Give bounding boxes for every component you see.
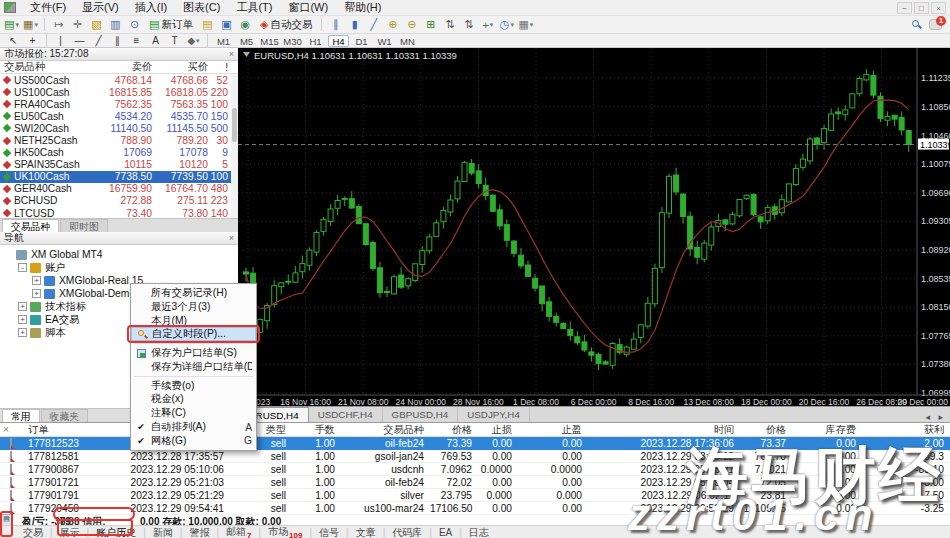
- channel-icon[interactable]: ∥: [109, 35, 126, 47]
- menu-item-0[interactable]: 文件(F): [22, 0, 74, 16]
- timeframe-button-H4[interactable]: H4: [328, 35, 349, 47]
- close-icon[interactable]: ×: [229, 49, 234, 59]
- new-order-button[interactable]: ▤新订单: [144, 17, 198, 32]
- context-menu-item[interactable]: ✔网格(G)G: [131, 434, 256, 448]
- label-icon[interactable]: T: [166, 35, 183, 47]
- chart-tab-USDJPY,H4[interactable]: USDJPY,H4: [458, 407, 530, 422]
- close-icon[interactable]: ×: [229, 233, 234, 243]
- market-row[interactable]: NETH25Cash788.90789.2030: [0, 134, 238, 146]
- terminal-tab-交易[interactable]: 交易: [16, 526, 50, 538]
- tab-scroll-arrows[interactable]: ◂ ▸: [925, 412, 950, 422]
- chart-shift-icon[interactable]: ↦: [50, 17, 67, 32]
- market-row[interactable]: EU50Cash4534.204535.70150: [0, 110, 238, 122]
- sort-asc-icon[interactable]: ⇅: [441, 17, 458, 32]
- timeframe-button-MN[interactable]: MN: [397, 35, 418, 47]
- zoom-in-icon[interactable]: ⊕: [384, 17, 401, 32]
- terminal-tab-新闻[interactable]: 新闻: [146, 526, 180, 538]
- context-menu-item[interactable]: ✔自动排列(A)A: [131, 420, 256, 434]
- line-chart-icon[interactable]: ╱: [365, 17, 382, 32]
- bar-chart-icon[interactable]: ∥: [327, 17, 344, 32]
- terminal-tab-EA[interactable]: EA: [432, 527, 459, 538]
- market-row[interactable]: GER40Cash16759.9016764.70480: [0, 183, 238, 195]
- restore-button[interactable]: □: [914, 2, 929, 14]
- market-row[interactable]: US500Cash4768.144768.6652: [0, 74, 238, 86]
- expand-plus-icon[interactable]: +: [18, 315, 27, 324]
- market-watch-scrollbar[interactable]: [231, 74, 238, 219]
- context-menu-item[interactable]: 保存为户口结单(S): [131, 346, 256, 360]
- data-window-icon[interactable]: ▥: [107, 17, 124, 32]
- vline-icon[interactable]: |: [52, 35, 69, 47]
- context-menu-item[interactable]: 注释(C): [131, 406, 256, 420]
- templates-icon[interactable]: ▦▾: [517, 17, 534, 32]
- market-row[interactable]: BCHUSD272.88275.11223: [0, 195, 238, 207]
- menu-item-5[interactable]: 窗口(W): [280, 0, 336, 16]
- sort-desc-icon[interactable]: ⇅: [460, 17, 477, 32]
- terminal-icon[interactable]: ▤: [199, 17, 216, 32]
- cursor-icon[interactable]: ↖: [5, 35, 22, 47]
- minimize-button[interactable]: −: [897, 2, 912, 14]
- timeframe-button-H1[interactable]: H1: [305, 35, 326, 47]
- expand-plus-icon[interactable]: +: [32, 289, 41, 298]
- candlestick-icon[interactable]: ▮: [346, 17, 363, 32]
- new-chart-icon[interactable]: ▤▾: [3, 17, 20, 32]
- close-button[interactable]: ×: [931, 2, 946, 14]
- zoom-out-icon[interactable]: ⊖: [403, 17, 420, 32]
- navigator-tab-收藏夹[interactable]: 收藏夹: [41, 409, 88, 422]
- notifications-icon[interactable]: 1: [929, 19, 942, 30]
- menu-item-4[interactable]: 工具(T): [228, 0, 280, 16]
- hline-icon[interactable]: —: [71, 35, 88, 47]
- timeframe-button-M5[interactable]: M5: [236, 35, 257, 47]
- terminal-tab-市场[interactable]: 市场109: [261, 525, 309, 538]
- news-icon[interactable]: ◉: [237, 17, 254, 32]
- terminal-tab-代码库[interactable]: 代码库: [385, 526, 429, 538]
- market-watch-tab-即时图[interactable]: 即时图: [60, 219, 107, 232]
- period-icon[interactable]: ◷▾: [498, 17, 515, 32]
- menu-item-1[interactable]: 显示(V): [74, 0, 127, 16]
- expand-plus-icon[interactable]: +: [32, 276, 41, 285]
- timeframe-button-M15[interactable]: M15: [259, 35, 280, 47]
- market-row[interactable]: SPAIN35Cash10115101205: [0, 159, 238, 171]
- shapes-icon[interactable]: ◆▾: [185, 35, 202, 47]
- auto-scroll-icon[interactable]: ✛: [69, 17, 86, 32]
- chart-tab-GBPUSD,H4[interactable]: GBPUSD,H4: [383, 407, 459, 422]
- market-watch-tab-交易品种[interactable]: 交易品种: [2, 219, 59, 232]
- trendline-icon[interactable]: ╱: [90, 35, 107, 47]
- terminal-tab-信号[interactable]: 信号: [312, 526, 346, 538]
- crosshair-icon[interactable]: +: [24, 35, 41, 47]
- context-menu-item[interactable]: 保存为详细户口结单(D): [131, 360, 256, 374]
- menu-item-3[interactable]: 图表(C): [175, 0, 228, 16]
- tree-item[interactable]: -账户: [2, 261, 238, 274]
- collapse-minus-icon[interactable]: -: [18, 263, 27, 272]
- expand-plus-icon[interactable]: +: [18, 302, 27, 311]
- context-menu-item[interactable]: 最近3个月(3): [131, 300, 256, 314]
- market-row[interactable]: UK100Cash7738.507739.50100: [0, 171, 238, 183]
- tile-windows-icon[interactable]: ⊞: [422, 17, 439, 32]
- fibonacci-icon[interactable]: ≡: [128, 35, 145, 47]
- favorites-icon[interactable]: ▧: [88, 17, 105, 32]
- context-menu-item[interactable]: 税金(x): [131, 393, 256, 407]
- market-row[interactable]: SWI20Cash11140.5011145.50500: [0, 122, 238, 134]
- terminal-tab-文章[interactable]: 文章: [349, 526, 383, 538]
- timeframe-button-M1[interactable]: M1: [213, 35, 234, 47]
- indicators-icon[interactable]: +▾: [479, 17, 496, 32]
- autotrading-button[interactable]: ◈自动交易: [255, 17, 317, 32]
- tester-icon[interactable]: ▣: [218, 17, 235, 32]
- market-row[interactable]: HK50Cash17069170789: [0, 147, 238, 159]
- terminal-tab-警报[interactable]: 警报: [182, 526, 216, 538]
- text-icon[interactable]: A: [147, 35, 164, 47]
- menu-item-2[interactable]: 插入(I): [127, 0, 175, 16]
- terminal-close-icon[interactable]: ×: [0, 424, 26, 435]
- context-menu-item[interactable]: 所有交易记录(H): [131, 286, 256, 300]
- strategy-tester-icon[interactable]: ⊙: [126, 17, 143, 32]
- context-menu-item[interactable]: 手续费(o): [131, 379, 256, 393]
- market-row[interactable]: FRA40Cash7562.357563.35100: [0, 98, 238, 110]
- terminal-tab-日志[interactable]: 日志: [462, 526, 496, 538]
- tree-item[interactable]: XM Global MT4: [2, 248, 238, 261]
- chart-area[interactable]: 1.112351.108501.104601.100751.096901.093…: [238, 48, 950, 406]
- timeframe-button-M30[interactable]: M30: [282, 35, 303, 47]
- timeframe-button-W1[interactable]: W1: [374, 35, 395, 47]
- search-icon[interactable]: [912, 20, 921, 29]
- price-chart[interactable]: 1.112351.108501.104601.100751.096901.093…: [238, 48, 950, 406]
- profiles-icon[interactable]: ▦▾: [22, 17, 39, 32]
- navigator-tab-常用[interactable]: 常用: [2, 409, 40, 422]
